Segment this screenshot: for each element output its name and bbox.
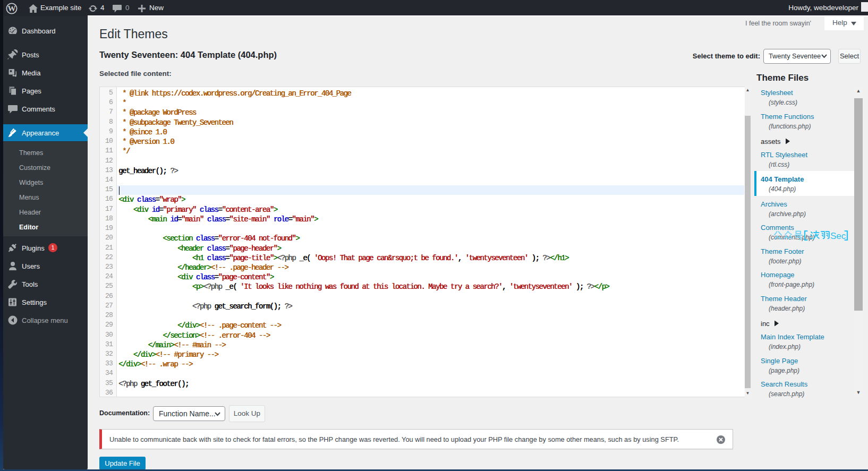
svg-text:W: W	[7, 4, 16, 13]
svg-text:Sec: Sec	[830, 231, 846, 241]
